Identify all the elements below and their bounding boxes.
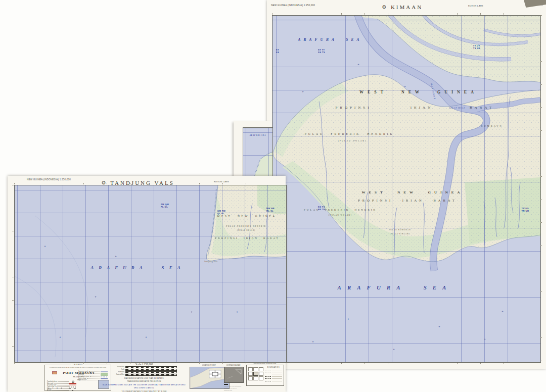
scale-bar-row: Kilometers [111,371,177,373]
map-label: PULAU FREDERIK HENDRIK [226,226,266,228]
margin-notes: MAXIMUM ELEVATION LESS THAN 15 METERS TR… [101,376,187,392]
map-label: PULAU KOMORAN [389,229,411,231]
map-label: PULAU FREDERIK HENDRIK [304,209,377,211]
sea-cross-mark: + [236,310,238,313]
map-label: BARAT [470,106,494,110]
legend-item: Airfield [47,389,76,391]
army-map-service-seal-icon: ✪ [382,5,386,10]
grid-square-label: STSS [276,48,279,54]
map-label: ARAFURA SEA [298,38,362,42]
adjoining-sheet-cell [259,376,263,380]
grid-square-label: RM SMRL SL [266,207,275,213]
boundaries-box: BOUNDARIES [246,365,284,386]
tandjung-labels-layer: WEST NEW GUINEAPULAU FREDERIK HENDRIK(PU… [15,185,286,362]
scale-title: Scale 1:250,000 [111,363,177,366]
photo-captions: Mapped from aerial photographyPhotograph… [224,385,243,391]
grid-square-label: SS TSSR TR [318,206,326,211]
boundaries-block: ADJOINING SHEETS AND BOUNDARIES BOUNDARI… [246,363,283,386]
adjoining-sheet-cell [248,367,253,371]
legend-left-column: Populated placesMain roadSecondary roadT… [47,381,76,391]
map-label: (PULAU KIMAAM) [390,233,410,235]
adjoining-sheet-cell [259,367,263,371]
adjoining-sheet-cell [248,372,253,376]
map-label: KUMBAVO [481,125,503,128]
sea-cross-mark: + [59,335,61,338]
photo-legend-swatch [224,384,228,385]
legend-symbol-blue [101,371,108,372]
grid-square-label: QM RMQL RL [217,210,225,215]
scale-block: Scale 1:250,000 Statute MilesYardsKilome… [111,363,177,376]
series-label: NEW GUINEA (INDONESIA) 1:250,000 [271,4,315,7]
sea-cross-mark: + [302,90,304,93]
grid-square-label: ST TTSS TS [318,48,325,54]
map-sheet-kimaan: NEW GUINEA (INDONESIA) 1:250,000 ✪ KIMAA… [267,0,546,369]
kimaan-west-extension: ARAFURA SEA [234,121,272,178]
map-label: PROPINSI [335,106,371,110]
photo-coverage-box [224,367,244,383]
edition-label: EDITION 1-AMS [214,180,229,183]
photo-caption-line: Compiled 1959 [224,389,243,391]
sea-cross-mark: + [145,335,147,338]
sea-cross-mark: + [357,63,359,66]
map-label: SELAT MULI [449,107,465,109]
legend-symbol-red [69,383,76,384]
current-sheet-cell [253,372,258,376]
legend-strip: LEGEND SYMBOLS IN BLUE INDICATE FEATURES… [8,362,286,392]
legend-title: LEGEND [71,364,84,366]
map-label: (PULAU DOLAK) [237,230,255,231]
legend-class-numbers: 1 2 3 4 [48,387,63,389]
projection-note: TRANSVERSE MERCATOR PROJECTION [101,380,187,382]
map-label: ARAFURA SEA [90,266,185,270]
grid-note-1: BLUE NUMBERED LINES INDICATE THE 1000 ME… [101,384,187,386]
kimaan-sheet-header: NEW GUINEA (INDONESIA) 1:250,000 ✪ KIMAA… [267,0,546,13]
map-label: WEST NEW GUINEA [361,191,463,194]
adjoining-sheet-cell [253,376,258,380]
edition-label: EDITION 1-AMS [468,5,483,7]
photo-caption-line: Photography 1943-1944 [224,387,243,389]
sea-cross-mark: + [393,348,395,351]
adjoining-sheet-cell [253,367,258,371]
scale-bar-row: Yards [111,369,177,371]
sheet-title-group: ✪ KIMAAN [382,2,423,11]
grid-square-label: TS USTR UR [522,207,529,213]
sea-cross-mark: + [312,340,314,343]
map-label: WEST NEW GUINEA [359,90,478,94]
scale-bars: Statute MilesYardsKilometersNautical Mil… [111,366,177,376]
extension-labels: ARAFURA SEA [243,128,272,178]
adjoining-sheets-diagram [248,367,263,380]
photo-caption-line: Mapped from aerial photography [224,385,243,387]
boundary-symbol-rows [265,369,282,382]
photo-coverage-title: COVERAGE DIAGRAM [224,365,243,366]
bottom-edge-ticks [272,363,540,364]
map-label: Tandjung Vals [204,261,218,263]
extension-map-area: ARAFURA SEA [243,127,273,179]
sea-cross-mark: + [404,85,406,88]
grid-note-2: GRID ZONES 53 AND 54 [101,387,187,389]
photo-coverage-art [224,367,243,382]
sea-cross-mark: + [484,337,486,340]
sea-cross-mark: + [347,317,349,320]
series-label: NEW GUINEA (INDONESIA) 1:250,000 [27,178,71,181]
boundaries-title: BOUNDARIES [265,366,282,368]
index-map-title: LOCATION OF SHEET [190,365,229,366]
legend-symbol-redthin [69,384,76,386]
top-edge-ticks [272,13,540,15]
grid-square-label: PM QMPL QL [161,203,169,209]
map-label: PROPINSI IRIAN BARAT [215,237,279,239]
legend-symbol-dot [69,389,76,391]
sea-cross-mark: + [95,295,97,298]
map-sheet-tandjung-vals: NEW GUINEA (INDONESIA) 1:250,000 ✪ TANDJ… [8,176,286,392]
sea-cross-mark: + [191,310,193,313]
sea-cross-mark: + [115,255,117,258]
kimaan-labels-layer: ARAFURA SEAWEST NEW GUINEAPROPINSIIRIANB… [272,16,540,362]
map-label: ARAFURA SEA [338,285,452,290]
left-edge-ticks [12,185,14,362]
scanned-map-montage: NEW GUINEA (INDONESIA) 1:250,000 ✪ KIMAA… [0,0,546,392]
legend-intro: SYMBOLS IN BLUE INDICATE FEATURES VISIBL… [47,367,109,370]
map-label: (PULAU DOLAK) [329,215,352,217]
sea-cross-mark: + [438,325,440,328]
legend-symbol-dash [69,386,76,388]
legend-symbol-circle [69,381,76,382]
map-label: PROPINSI IRIAN BARAT [358,199,457,203]
legend-symbol-green [101,373,108,374]
